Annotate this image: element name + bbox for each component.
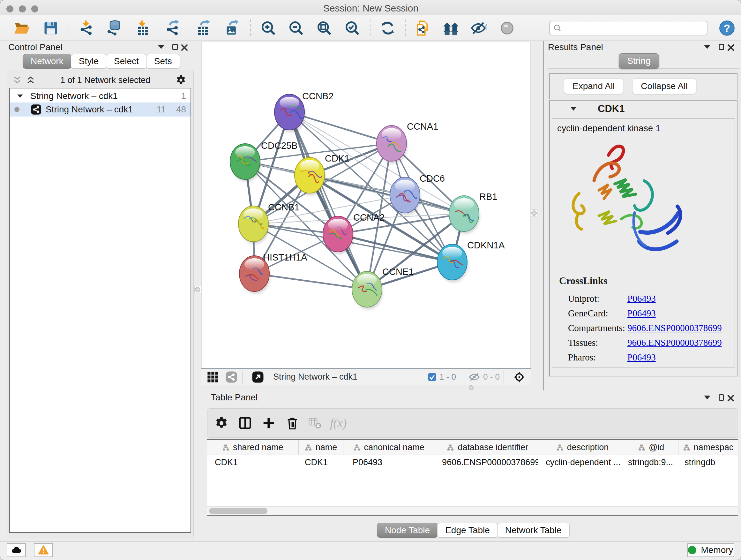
collapse-all-button[interactable]: Collapse All bbox=[632, 78, 696, 94]
import-database-button[interactable] bbox=[106, 19, 123, 37]
tab-network-table[interactable]: Network Table bbox=[497, 523, 569, 538]
crosshair-icon[interactable] bbox=[512, 370, 526, 384]
network-node-CDC25B[interactable] bbox=[230, 144, 261, 182]
column-header[interactable]: name bbox=[299, 440, 343, 455]
network-share-icon bbox=[30, 104, 42, 115]
network-options-gear-icon[interactable] bbox=[175, 74, 187, 86]
horizontal-splitter-handle[interactable] bbox=[469, 385, 474, 390]
control-panel-close-icon[interactable] bbox=[181, 44, 188, 51]
memory-button[interactable]: Memory bbox=[687, 543, 734, 557]
network-graph[interactable]: CCNB2 CCNA1 CDC25B CDK1 CDC6 bbox=[202, 42, 531, 368]
control-panel-menu-icon[interactable] bbox=[158, 45, 164, 49]
table-cell[interactable]: CDK1 bbox=[207, 455, 297, 470]
column-header[interactable]: description bbox=[541, 440, 624, 455]
cloud-status-button[interactable] bbox=[7, 543, 26, 557]
network-collection-row[interactable]: String Network – cdk1 1 bbox=[10, 90, 191, 103]
tab-network[interactable]: Network bbox=[23, 54, 71, 69]
zoom-out-button[interactable] bbox=[287, 19, 305, 37]
import-network-button[interactable] bbox=[78, 19, 95, 37]
column-header[interactable]: namespac bbox=[678, 440, 738, 455]
warnings-button[interactable] bbox=[34, 543, 53, 557]
help-button[interactable]: ? bbox=[718, 19, 736, 37]
table-cell[interactable]: cyclin-dependent ... bbox=[538, 455, 620, 470]
zoom-in-button[interactable] bbox=[260, 19, 277, 37]
network-node-CDK1[interactable] bbox=[294, 158, 325, 195]
crosslink-link[interactable]: 9606.ENSP00000378699 bbox=[627, 323, 722, 333]
zoom-fit-button[interactable] bbox=[316, 19, 333, 37]
table-cell[interactable]: P06493 bbox=[345, 455, 434, 470]
tab-edge-table[interactable]: Edge Table bbox=[437, 523, 498, 538]
tab-select[interactable]: Select bbox=[106, 54, 147, 69]
gene-header-row[interactable]: CDK1 bbox=[550, 101, 737, 117]
table-panel-menu-icon[interactable] bbox=[704, 395, 711, 399]
table-row[interactable]: CDK1CDK1P064939606.ENSP00000378699cyclin… bbox=[207, 455, 738, 470]
expand-all-button[interactable]: Expand All bbox=[564, 78, 623, 94]
clone-network-button[interactable] bbox=[414, 19, 431, 37]
crosslink-link[interactable]: 9606.ENSP00000378699 bbox=[627, 337, 722, 348]
search-input[interactable] bbox=[564, 23, 704, 34]
table-cell[interactable]: stringdb:9... bbox=[620, 455, 677, 470]
export-network-button[interactable] bbox=[164, 19, 181, 37]
node-label: CCNA2 bbox=[353, 212, 385, 223]
vertical-splitter-handle-right[interactable] bbox=[531, 209, 537, 217]
import-table-button[interactable] bbox=[134, 19, 151, 37]
save-session-button[interactable] bbox=[42, 19, 59, 37]
vertical-splitter-handle[interactable] bbox=[194, 286, 201, 294]
network-edge[interactable] bbox=[289, 112, 367, 289]
column-header[interactable]: database identifier bbox=[434, 440, 541, 455]
table-gear-icon[interactable] bbox=[213, 415, 230, 431]
network-node-CDKN1A[interactable] bbox=[437, 244, 468, 282]
crosslink-link[interactable]: P06493 bbox=[627, 308, 656, 319]
refresh-layout-button[interactable] bbox=[379, 19, 396, 37]
tab-node-table[interactable]: Node Table bbox=[377, 523, 438, 538]
column-label: name bbox=[316, 442, 337, 452]
column-header[interactable]: shared name bbox=[207, 440, 299, 455]
column-header[interactable]: canonical name bbox=[343, 440, 434, 455]
collapse-all-networks-icon[interactable] bbox=[12, 75, 22, 85]
results-panel-menu-icon[interactable] bbox=[704, 45, 711, 49]
hide-graphics-button[interactable] bbox=[470, 19, 488, 37]
network-node-CCNE1[interactable] bbox=[352, 271, 383, 309]
add-column-icon[interactable] bbox=[260, 415, 277, 431]
tab-sets[interactable]: Sets bbox=[146, 54, 180, 69]
export-image-button[interactable] bbox=[224, 19, 241, 37]
network-node-CCNB2[interactable] bbox=[274, 94, 305, 132]
column-header[interactable]: @id bbox=[624, 440, 678, 455]
network-view-footer: String Network – cdk1 1 - 0 0 - 0 bbox=[201, 368, 531, 385]
table-cell[interactable]: stringdb bbox=[677, 455, 738, 470]
network-node-CCNB1[interactable] bbox=[239, 206, 269, 244]
houses-button[interactable] bbox=[442, 19, 460, 37]
gene-expand-icon[interactable] bbox=[570, 107, 576, 111]
results-panel-close-icon[interactable] bbox=[727, 44, 735, 51]
expand-all-networks-icon[interactable] bbox=[26, 75, 36, 85]
table-panel-float-icon[interactable] bbox=[719, 394, 724, 401]
results-panel-float-icon[interactable] bbox=[719, 44, 724, 50]
tab-style[interactable]: Style bbox=[71, 54, 107, 69]
crosslink-link[interactable]: P06493 bbox=[627, 294, 656, 304]
collection-expand-icon[interactable] bbox=[17, 95, 23, 98]
show-graphics-button bbox=[498, 19, 516, 37]
zoom-selected-button[interactable] bbox=[344, 19, 361, 37]
birds-eye-grid-icon[interactable] bbox=[206, 370, 220, 384]
horizontal-scrollbar[interactable] bbox=[207, 506, 738, 515]
crosslink-link[interactable]: P06493 bbox=[627, 352, 656, 363]
network-canvas[interactable]: CCNB2 CCNA1 CDC25B CDK1 CDC6 bbox=[201, 42, 531, 368]
network-share-gray-icon[interactable] bbox=[224, 370, 239, 384]
table-cell[interactable]: CDK1 bbox=[297, 455, 345, 470]
network-edge[interactable] bbox=[254, 273, 367, 289]
show-columns-icon[interactable] bbox=[237, 415, 253, 431]
table-panel-close-icon[interactable] bbox=[727, 394, 735, 402]
svg-text:?: ? bbox=[724, 23, 730, 34]
network-node-CCNA1[interactable] bbox=[377, 125, 407, 164]
open-session-button[interactable] bbox=[13, 19, 30, 37]
table-cell[interactable]: 9606.ENSP00000378699 bbox=[434, 455, 538, 470]
control-panel-float-icon[interactable] bbox=[172, 44, 178, 50]
scrollbar-thumb[interactable] bbox=[209, 508, 267, 514]
selected-checkbox-icon[interactable] bbox=[427, 370, 437, 384]
network-node-RB1[interactable] bbox=[449, 196, 480, 234]
delete-column-icon[interactable] bbox=[284, 415, 300, 431]
detach-view-icon[interactable] bbox=[251, 370, 265, 384]
tab-string[interactable]: String bbox=[619, 53, 659, 69]
export-table-button[interactable] bbox=[195, 19, 212, 37]
network-row-selected[interactable]: String Network – cdk1 11 48 bbox=[10, 103, 191, 117]
